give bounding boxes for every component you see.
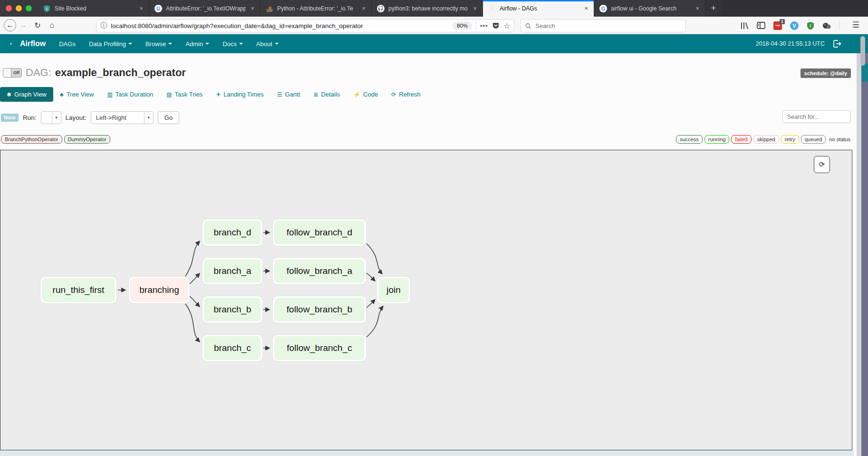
logout-icon[interactable] bbox=[833, 40, 841, 48]
pocket-icon[interactable] bbox=[492, 22, 500, 29]
back-button[interactable]: ← bbox=[4, 19, 16, 31]
chevron-down-icon bbox=[168, 43, 172, 45]
tab-refresh[interactable]: ⟳Refresh bbox=[385, 87, 427, 102]
task-node-follow_branch_c[interactable]: follow_branch_c bbox=[273, 335, 366, 361]
navbar-right: 2018-04-30 21:55:13 UTC bbox=[756, 40, 868, 48]
url-text[interactable]: localhost:8080/admin/airflow/graph?execu… bbox=[111, 22, 449, 29]
status-legend-retry[interactable]: retry bbox=[781, 135, 799, 144]
password-extension-icon[interactable]: ••• 1 bbox=[773, 21, 782, 30]
task-node-follow_branch_a[interactable]: follow_branch_a bbox=[273, 258, 366, 284]
tab-close-icon[interactable]: × bbox=[472, 5, 478, 12]
status-legend-success[interactable]: success bbox=[676, 135, 703, 144]
nav-item-browse[interactable]: Browse bbox=[139, 34, 179, 53]
browser-tab[interactable]: Airflow - DAGs× bbox=[483, 0, 594, 17]
edge-follow_branch_c-to-join bbox=[366, 306, 383, 337]
code-icon: ⚡ bbox=[353, 91, 360, 98]
tab-code[interactable]: ⚡Code bbox=[347, 87, 385, 102]
tab-bar: £Site Blocked×GAttributeError: '_io.Text… bbox=[0, 0, 868, 17]
task-node-branching[interactable]: branching bbox=[129, 277, 190, 303]
tab-task-duration[interactable]: ▥Task Duration bbox=[100, 87, 160, 102]
dark-spheres-extension-icon[interactable] bbox=[822, 22, 831, 29]
dag-graph-canvas[interactable]: run_this_firstbranchingbranch_dfollow_br… bbox=[0, 150, 852, 450]
airflow-brand[interactable]: Airflow bbox=[0, 38, 52, 50]
page-actions-icon[interactable]: ••• bbox=[480, 22, 488, 29]
run-select[interactable]: ▾ bbox=[41, 111, 61, 124]
shield-extension-icon[interactable]: £ bbox=[807, 21, 814, 30]
home-button[interactable]: ⌂ bbox=[45, 21, 59, 29]
browser-tab[interactable]: GAttributeError: '_io.TextIOWrapp× bbox=[149, 0, 260, 17]
browser-toolbar: ← → ↻ ⌂ ⓘ localhost:8080/admin/airflow/g… bbox=[0, 17, 868, 34]
blue-extension-icon[interactable]: V bbox=[790, 21, 799, 30]
task-node-label: branch_c bbox=[214, 343, 251, 353]
task-node-follow_branch_b[interactable]: follow_branch_b bbox=[273, 296, 366, 323]
run-controls: None Run: ▾ Layout: Left->Right ▾ Go bbox=[1, 111, 179, 124]
library-icon[interactable] bbox=[740, 22, 749, 29]
browser-tab[interactable]: £Site Blocked× bbox=[38, 0, 149, 17]
tab-title: Airflow - DAGs bbox=[500, 5, 579, 12]
view-tab-label: Graph View bbox=[14, 91, 47, 98]
tab-landing-times[interactable]: ✈Landing Times bbox=[209, 87, 270, 102]
reload-button[interactable]: ↻ bbox=[30, 21, 45, 30]
menu-hamburger-icon[interactable]: ☰ bbox=[852, 20, 859, 30]
tab-close-icon[interactable]: × bbox=[361, 5, 366, 12]
task-node-run_this_first[interactable]: run_this_first bbox=[40, 277, 116, 303]
nav-item-about[interactable]: About bbox=[250, 34, 285, 53]
graph-refresh-button[interactable]: ⟳ bbox=[814, 156, 830, 173]
browser-tab[interactable]: Python - AttributeError: '_io.Te× bbox=[260, 0, 372, 17]
task-node-label: follow_branch_d bbox=[287, 227, 352, 238]
status-legend-queued[interactable]: queued bbox=[801, 135, 826, 144]
tabs-container: £Site Blocked×GAttributeError: '_io.Text… bbox=[38, 0, 705, 17]
tabstrip-spacer bbox=[722, 0, 868, 17]
nav-item-docs[interactable]: Docs bbox=[216, 34, 250, 53]
task-node-branch_d[interactable]: branch_d bbox=[203, 219, 262, 246]
airflow-navbar: Airflow DAGsData ProfilingBrowseAdminDoc… bbox=[0, 34, 868, 53]
tab-tree-view[interactable]: ♣Tree View bbox=[53, 87, 101, 102]
task-search-input[interactable] bbox=[782, 110, 851, 123]
status-legend: successrunningfailedskippedretryqueuedno… bbox=[676, 135, 852, 144]
nav-item-data-profiling[interactable]: Data Profiling bbox=[82, 34, 139, 53]
task-node-join[interactable]: join bbox=[377, 277, 410, 303]
status-legend-skipped[interactable]: skipped bbox=[753, 135, 779, 144]
tab-close-icon[interactable]: × bbox=[250, 5, 255, 12]
page-zoom-indicator[interactable]: 80% bbox=[453, 21, 472, 30]
dag-pause-toggle[interactable]: Off bbox=[3, 68, 22, 78]
forward-button[interactable]: → bbox=[16, 21, 30, 29]
tab-gantt[interactable]: ☰Gantt bbox=[270, 87, 307, 102]
task-node-branch_c[interactable]: branch_c bbox=[203, 335, 262, 361]
tab-details[interactable]: ≣Details bbox=[307, 87, 347, 102]
close-window-button[interactable] bbox=[6, 5, 12, 11]
task-node-label: run_this_first bbox=[53, 285, 105, 295]
status-legend-running[interactable]: running bbox=[704, 135, 730, 144]
minimize-window-button[interactable] bbox=[16, 5, 22, 11]
nav-item-dags[interactable]: DAGs bbox=[52, 34, 82, 53]
tab-graph-view[interactable]: ✱Graph View bbox=[0, 87, 53, 102]
vertical-scrollbar-thumb[interactable] bbox=[860, 36, 865, 66]
site-info-icon[interactable]: ⓘ bbox=[100, 21, 107, 30]
status-legend-failed[interactable]: failed bbox=[731, 135, 751, 144]
sidebar-toggle-icon[interactable] bbox=[757, 22, 765, 29]
divider bbox=[476, 21, 476, 30]
horizontal-scrollbar[interactable] bbox=[0, 450, 854, 456]
task-duration-icon: ▥ bbox=[107, 91, 112, 98]
search-input[interactable] bbox=[534, 22, 681, 30]
task-node-label: branch_b bbox=[213, 304, 251, 315]
browser-tab[interactable]: Gairflow ui - Google Search× bbox=[594, 0, 705, 17]
tab-close-icon[interactable]: × bbox=[138, 5, 144, 12]
tab-close-icon[interactable]: × bbox=[583, 5, 589, 12]
bookmark-star-icon[interactable]: ☆ bbox=[503, 21, 510, 30]
tab-task-tries[interactable]: ▤Task Tries bbox=[160, 87, 209, 102]
tab-close-icon[interactable]: × bbox=[694, 5, 700, 12]
tab-title: airflow ui - Google Search bbox=[611, 5, 691, 12]
task-node-branch_a[interactable]: branch_a bbox=[203, 258, 262, 284]
zoom-window-button[interactable] bbox=[26, 5, 32, 11]
nav-item-admin[interactable]: Admin bbox=[179, 34, 216, 53]
go-button[interactable]: Go bbox=[158, 111, 179, 124]
task-node-follow_branch_d[interactable]: follow_branch_d bbox=[273, 219, 366, 246]
browser-tab[interactable]: python3: behave incorrectly mo× bbox=[372, 0, 483, 17]
address-bar[interactable]: ⓘ localhost:8080/admin/airflow/graph?exe… bbox=[96, 19, 514, 32]
new-tab-button[interactable]: + bbox=[705, 0, 722, 17]
scrollbar-track[interactable] bbox=[857, 53, 861, 456]
layout-select[interactable]: Left->Right ▾ bbox=[91, 111, 154, 124]
task-node-branch_b[interactable]: branch_b bbox=[203, 296, 262, 323]
browser-search[interactable] bbox=[521, 19, 686, 32]
